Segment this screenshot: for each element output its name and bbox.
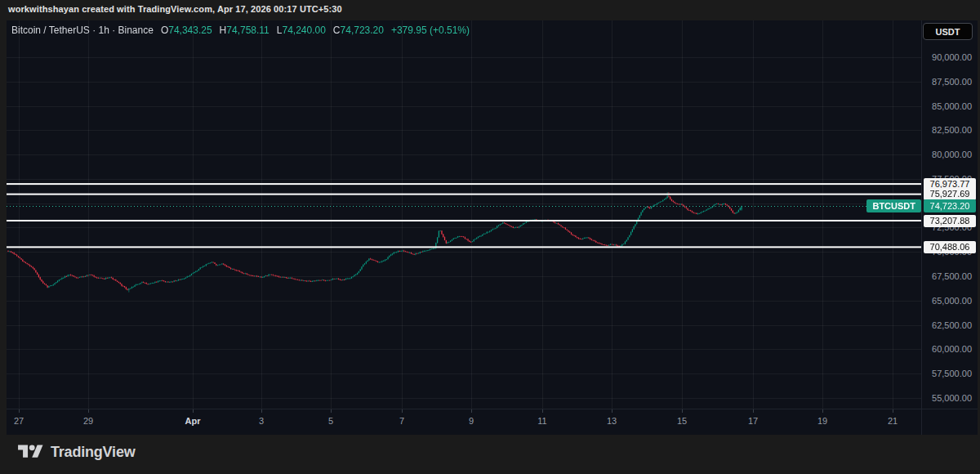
price-tick-label: 85,000.00	[932, 101, 972, 112]
ohlc-low: L74,240.00	[277, 25, 326, 36]
ohlc-high: H74,758.11	[220, 25, 270, 36]
price-tick-label: 57,500.00	[932, 368, 972, 379]
price-tick-label: 82,500.00	[932, 124, 972, 136]
time-tick-label: 19	[817, 416, 827, 426]
last-price-tag[interactable]: 74,723.20	[924, 199, 976, 212]
symbol-price-line-tag[interactable]: BTCUSDT	[866, 199, 921, 212]
time-tick-label: 17	[748, 416, 758, 426]
time-tick-mark	[88, 409, 89, 413]
price-tick-label: 60,000.00	[932, 343, 972, 355]
price-tick-label: 65,000.00	[932, 295, 972, 306]
time-tick-mark	[19, 409, 20, 413]
time-tick-label: 11	[537, 416, 546, 426]
open-label: O	[161, 25, 168, 36]
time-tick-label: 21	[888, 416, 898, 426]
time-tick-label: 15	[677, 416, 687, 426]
time-tick-label: 5	[328, 416, 333, 426]
attribution-text: workwithshayan created with TradingView.…	[8, 4, 342, 14]
bottom-bar: TradingView	[0, 435, 980, 474]
time-tick-mark	[471, 409, 472, 413]
time-tick-label: 3	[259, 416, 264, 426]
chart-panel: Bitcoin / TetherUS · 1h · Binance O74,34…	[7, 20, 978, 435]
tradingview-logo[interactable]: TradingView	[18, 442, 136, 462]
close-label: C	[333, 25, 341, 36]
price-tick-label: 67,500.00	[932, 271, 972, 282]
time-tick-mark	[331, 409, 332, 413]
change-value: +379.95 (+0.51%)	[391, 25, 470, 36]
time-tick-mark	[682, 409, 683, 413]
high-label: H	[220, 25, 227, 36]
level-price-tag[interactable]: 75,927.69	[924, 188, 976, 200]
tradingview-screenshot: workwithshayan created with TradingView.…	[0, 0, 980, 474]
attribution-bar: workwithshayan created with TradingView.…	[0, 0, 980, 20]
time-tick-label: 7	[399, 416, 404, 426]
price-tick-label: 55,000.00	[932, 392, 972, 404]
level-price-tag[interactable]: 70,488.06	[924, 241, 976, 253]
time-tick-mark	[402, 409, 403, 413]
time-tick-mark	[822, 409, 823, 413]
tradingview-logo-icon	[18, 442, 43, 462]
close-value: 74,723.20	[341, 25, 384, 36]
time-tick-mark	[542, 409, 543, 413]
price-tick-label: 80,000.00	[932, 149, 972, 160]
time-tick-label: 27	[14, 416, 24, 426]
symbol-legend[interactable]: Bitcoin / TetherUS · 1h · Binance O74,34…	[11, 24, 470, 37]
time-tick-label: 29	[83, 416, 93, 426]
candlestick-canvas[interactable]	[7, 20, 921, 409]
time-tick-label: 13	[607, 416, 617, 426]
time-tick-label: 9	[469, 416, 474, 426]
time-tick-mark	[193, 409, 194, 413]
time-tick-mark	[612, 409, 612, 413]
time-tick-mark	[753, 409, 754, 413]
tradingview-logo-text: TradingView	[51, 444, 136, 461]
ohlc-close: C74,723.20	[333, 25, 384, 36]
time-tick-mark	[893, 409, 893, 413]
high-value: 74,758.11	[226, 25, 270, 36]
price-tick-label: 62,500.00	[932, 320, 972, 331]
low-value: 74,240.00	[282, 25, 325, 36]
ohlc-open: O74,343.25	[161, 25, 212, 36]
time-tick-label: Apr	[185, 416, 201, 426]
symbol-title: Bitcoin / TetherUS · 1h · Binance	[11, 25, 154, 36]
level-price-tag[interactable]: 73,207.88	[924, 215, 976, 227]
open-value: 74,343.25	[168, 25, 212, 36]
price-tick-label: 90,000.00	[932, 51, 972, 63]
currency-toggle-button[interactable]: USDT	[923, 23, 973, 40]
time-axis[interactable]: 2729Apr3579111315171921	[7, 409, 921, 435]
price-tick-label: 87,500.00	[932, 76, 972, 87]
time-tick-mark	[261, 409, 262, 413]
